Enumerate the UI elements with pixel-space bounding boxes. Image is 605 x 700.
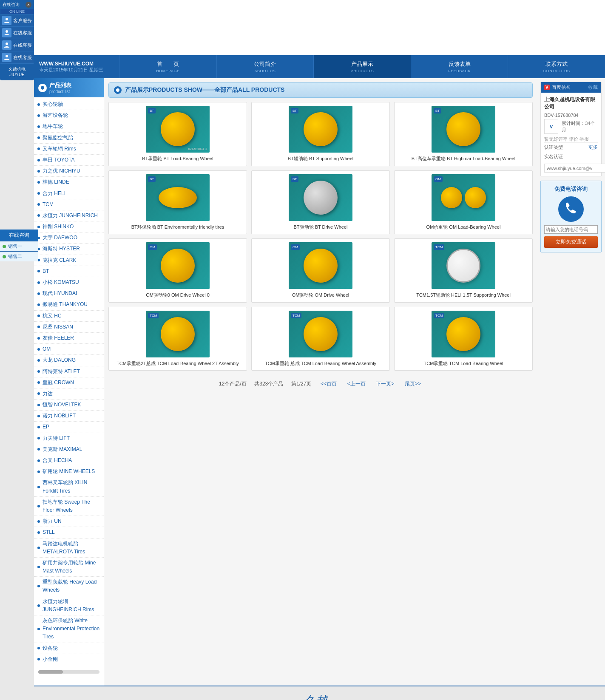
nav-about[interactable]: 公司简介 ABOUT US — [216, 55, 314, 78]
sidebar-item-hyundai[interactable]: 现代 HYUNDAI — [34, 288, 104, 299]
sidebar-item-sweep[interactable]: 扫地车轮 Sweep The Floor Wheels — [34, 497, 104, 516]
sidebar-item-label: 游艺设备轮 — [43, 111, 68, 119]
sidebar-item-heavy-load[interactable]: 重型负载轮 Heavy Load Wheels — [34, 577, 104, 596]
product-title-11: TCM承重轮 总成 TCM Load-Bearing Wheel Assembl… — [255, 360, 386, 367]
sidebar-item-clark[interactable]: 克拉克 CLARK — [34, 255, 104, 266]
sales1-button[interactable]: 销售一 — [0, 241, 38, 251]
sidebar-item-hyster[interactable]: 海斯特 HYSTER — [34, 244, 104, 255]
product-item-7[interactable]: OM OM驱动轮0 OM Drive Wheel 0 — [108, 238, 247, 303]
product-title-10: TCM承重轮2T总成 TCM Load-Bearing Wheel 2T Ass… — [112, 360, 243, 367]
sidebar-item-toyota[interactable]: 丰田 TOYOTA — [34, 155, 104, 166]
product-title-4: BT环保轮胎 BT Environmentally friendly tires — [112, 224, 243, 231]
sidebar-item-atlet[interactable]: 阿特莱特 ATLET — [34, 366, 104, 377]
company-bdv-id: BDV-157688784 — [544, 113, 598, 118]
product-item-1[interactable]: BT 021-59107411 BT承重轮 BT Load-Bearing Wh… — [108, 102, 247, 166]
sidebar-scrollbar[interactable] — [38, 670, 99, 674]
collect-link[interactable]: 收藏 — [588, 84, 598, 91]
nav-contact[interactable]: 联系方式 CONTACT US — [508, 55, 605, 78]
sidebar-item-jungheinrich[interactable]: 永恒力 JUNGHEINRICH — [34, 210, 104, 221]
sidebar-item-pu-tire[interactable]: 聚氨酯空气胎 — [34, 133, 104, 144]
product-item-11[interactable]: TCM TCM承重轮 总成 TCM Load-Bearing Wheel Ass… — [251, 307, 390, 371]
sidebar-item-stll[interactable]: STLL — [34, 527, 104, 538]
customer-service-icon — [2, 16, 11, 25]
online-consult-side-button[interactable]: 在线咨询 — [0, 230, 38, 241]
sidebar-item-crown[interactable]: 皇冠 CROWN — [34, 377, 104, 388]
chat-item-4[interactable]: 在线客服 — [0, 51, 34, 63]
product-item-6[interactable]: OM OM承重轮 OM Load-Bearing Wheel — [394, 170, 533, 235]
next-page-link[interactable]: 下一页> — [376, 381, 394, 387]
search-box: 🔍 — [544, 164, 598, 173]
chat-item-2[interactable]: 在线客服 — [0, 26, 34, 39]
phone-input[interactable] — [544, 225, 598, 234]
sidebar-item-jungheinrich-rims[interactable]: 永恒力轮辋 JUNGHEINRICH Rims — [34, 596, 104, 615]
product-item-9[interactable]: TCM TCM1.5T辅助轮 HELI 1.5T Supporting Whee… — [394, 238, 533, 303]
product-item-4[interactable]: BT BT环保轮胎 BT Environmentally friendly ti… — [108, 170, 247, 235]
nav-products[interactable]: 产品展示 PRODUCTS — [313, 55, 411, 78]
sidebar-item-noveltek[interactable]: 恒智 NOVELTEK — [34, 400, 104, 411]
sidebar-item-label: 聚氨酯空气胎 — [43, 134, 73, 142]
sidebar-item-noblift[interactable]: 诺力 NOBLIFT — [34, 411, 104, 422]
sidebar-item-label: 皇冠 CROWN — [43, 379, 74, 387]
sales2-button[interactable]: 销售二 — [0, 252, 38, 261]
prev-page-link[interactable]: <上一页 — [347, 381, 366, 387]
sidebar-header-icon — [38, 84, 47, 92]
product-item-2[interactable]: BT BT辅助轮 BT Supporting Wheel — [251, 102, 390, 166]
sidebar-item-game-wheel[interactable]: 游艺设备轮 — [34, 110, 104, 121]
sidebar-item-mine-wheels[interactable]: 矿用轮 MINE WHEELS — [34, 466, 104, 477]
sidebar-item-nissan[interactable]: 尼桑 NISSAN — [34, 322, 104, 333]
last-page-link[interactable]: 尾页>> — [405, 381, 421, 387]
sidebar-item-feeler[interactable]: 友佳 FEELER — [34, 333, 104, 344]
product-item-3[interactable]: BT BT高位车承重轮 BT High car Load-Bearing Whe… — [394, 102, 533, 166]
sidebar-item-ground-wheel[interactable]: 地牛车轮 — [34, 121, 104, 132]
product-item-8[interactable]: OM OM驱动轮 OM Drive Wheel — [251, 238, 390, 303]
sidebar-item-ep[interactable]: EP — [34, 422, 104, 433]
sidebar-header-title: 产品列表 — [49, 82, 71, 89]
sidebar-item-heli[interactable]: 合力 HELI — [34, 188, 104, 199]
sidebar-item-daewoo[interactable]: 大宇 DAEWOO — [34, 232, 104, 244]
sidebar-item-white-env[interactable]: 灰色环保轮胎 White Environmental Protection Ti… — [34, 615, 104, 643]
sidebar-item-lift[interactable]: 力夫特 LIFT — [34, 433, 104, 444]
sidebar-item-komatsu[interactable]: 小松 KOMATSU — [34, 277, 104, 288]
sidebar-item-equipment-wheel[interactable]: 设备轮 — [34, 643, 104, 654]
sidebar-item-linde[interactable]: 林德 LINDE — [34, 177, 104, 188]
sidebar-item-lida[interactable]: 力达 — [34, 388, 104, 400]
wheel-shape — [304, 112, 338, 146]
first-page-link[interactable]: <<首页 — [321, 381, 337, 387]
product-item-10[interactable]: TCM TCM承重轮2T总成 TCM Load-Bearing Wheel 2T… — [108, 307, 247, 371]
nav-feedback[interactable]: 反馈表单 FEEDBACK — [411, 55, 508, 78]
product-item-5[interactable]: BT BT驱动轮 BT Drive Wheel — [251, 170, 390, 235]
wheel-shape — [304, 181, 338, 215]
sidebar-item-maximal[interactable]: 美克斯 MAXIMAL — [34, 444, 104, 455]
sidebar-item-om[interactable]: OM — [34, 344, 104, 355]
sidebar-item-hc[interactable]: 杭叉 HC — [34, 311, 104, 322]
sidebar-item-dalong[interactable]: 大龙 DALONG — [34, 355, 104, 366]
free-call-button[interactable]: 立即免费通话 — [544, 236, 598, 248]
sidebar-item-metalrota[interactable]: 马踏达电机轮胎 METALROTA Tires — [34, 538, 104, 558]
accumulate-label: 累计时间：34个月 — [562, 120, 598, 133]
sidebar-item-mine-mast[interactable]: 矿用井架专用轮胎 Mine Mast Wheels — [34, 558, 104, 577]
sidebar-item-nichiyu[interactable]: 力之优 NICHIYU — [34, 166, 104, 177]
sidebar-item-tcm[interactable]: TCM — [34, 199, 104, 210]
sidebar-item-un[interactable]: 浙力 UN — [34, 516, 104, 527]
sidebar-item-bt[interactable]: BT — [34, 266, 104, 277]
sidebar-item-thankyou[interactable]: 搬易通 THANKYOU — [34, 299, 104, 310]
more-cert-link[interactable]: 更多 — [588, 144, 598, 150]
sidebar-item-rims[interactable]: 叉车轮辋 Rims — [34, 144, 104, 155]
bullet-icon — [37, 470, 40, 473]
sidebar-item-small-king[interactable]: 小金刚 — [34, 654, 104, 665]
product-title-2: BT辅助轮 BT Supporting Wheel — [255, 155, 386, 162]
sidebar-item-xilin[interactable]: 西林叉车轮胎 XILIN Forklift Tires — [34, 477, 104, 496]
bullet-icon — [37, 370, 40, 373]
sidebar-item-hecha[interactable]: 合叉 HECHA — [34, 455, 104, 466]
search-input[interactable] — [544, 164, 605, 173]
sidebar-item-shinko[interactable]: 神刚 SHINKO — [34, 221, 104, 232]
product-item-12[interactable]: TCM TCM承重轮 TCM Load-Bearing Wheel — [394, 307, 533, 371]
chat-close-button[interactable]: × — [26, 2, 31, 8]
section-icon — [114, 86, 122, 94]
nav-homepage[interactable]: 首 页 HOMEPAGE — [119, 55, 216, 78]
sidebar-item-solid-tire[interactable]: 实心轮胎 — [34, 99, 104, 110]
company-name: 上海久越机电设备有限公司 — [544, 96, 598, 111]
chat-item-1[interactable]: 客户服务 — [0, 14, 34, 26]
svg-point-3 — [6, 55, 8, 57]
chat-item-3[interactable]: 在线客服 — [0, 39, 34, 51]
